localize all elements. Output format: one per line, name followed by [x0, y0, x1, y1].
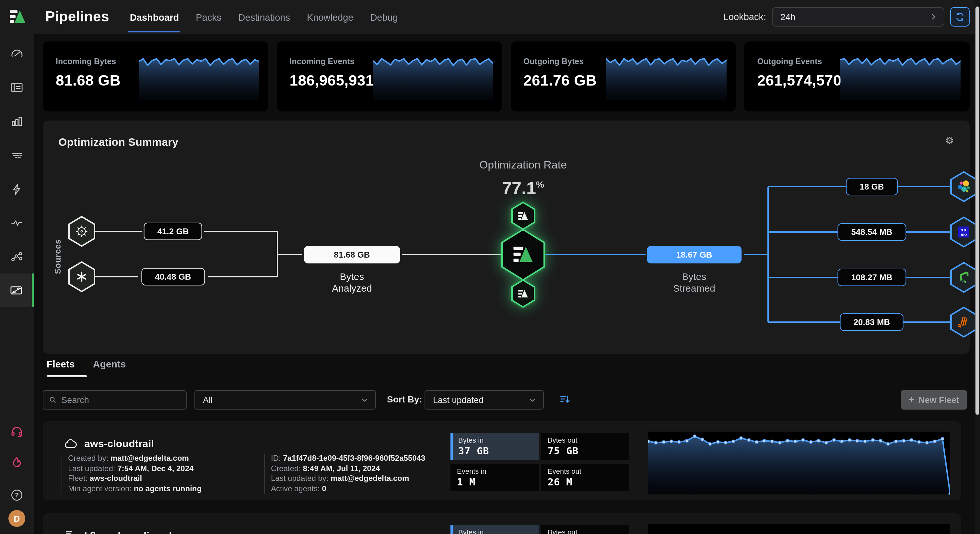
sidebar-item-metrics[interactable]	[0, 106, 34, 137]
bytes-streamed-label: Bytes Streamed	[673, 271, 715, 294]
optimization-rate-label: Optimization Rate	[479, 159, 567, 172]
stat-card-incoming-bytes[interactable]: Incoming Bytes 81.68 GB	[43, 41, 268, 111]
sort-descending-icon	[559, 393, 572, 406]
avatar[interactable]: D	[8, 510, 25, 527]
fleet-card-k8s-onboarding-demo[interactable]: k8s-onboarding-demo Bytes in 38 GB Bytes…	[43, 513, 961, 534]
fleet-card-aws-cloudtrail[interactable]: aws-cloudtrail Created by: matt@edgedelt…	[43, 421, 961, 500]
source-volume-badge: 41.2 GB	[144, 222, 202, 240]
outgoing-bytes-sparkline	[606, 53, 727, 100]
tab-fleets[interactable]: Fleets	[47, 358, 75, 377]
green-bracket-icon	[956, 270, 972, 285]
chevron-right-icon	[929, 13, 937, 21]
cloud-icon	[64, 437, 78, 451]
kubernetes-icon	[75, 224, 89, 238]
sidebar: ? D	[0, 34, 34, 534]
sort-by-label: Sort By:	[387, 394, 422, 404]
sidebar-item-topology[interactable]	[0, 241, 34, 272]
metric-tile-bytes-out[interactable]: Bytes out 75 GB	[541, 433, 629, 460]
new-fleet-button[interactable]: + New Fleet	[901, 390, 967, 410]
sidebar-item-logs[interactable]	[0, 72, 34, 103]
sources-label: Sources	[53, 239, 62, 274]
stat-card-incoming-events[interactable]: Incoming Events 186,965,931	[277, 41, 502, 111]
tab-agents[interactable]: Agents	[93, 358, 126, 377]
sidebar-item-pipelines[interactable]	[0, 273, 34, 307]
scrollbar-thumb[interactable]	[975, 6, 979, 415]
lookback-controls: Lookback: 24h	[723, 7, 970, 27]
metric-tile-bytes-in[interactable]: Bytes in 37 GB	[450, 433, 539, 460]
fleet-metric-tiles: Bytes in 38 GB Bytes out 197 GB	[450, 525, 629, 534]
destination-volume-badge: 18 GB	[846, 178, 897, 195]
sort-dropdown[interactable]: Last updated	[425, 390, 544, 410]
tab-packs[interactable]: Packs	[194, 2, 223, 32]
sidebar-item-events[interactable]	[0, 174, 34, 205]
optimization-rate-value: 77.1%	[502, 178, 544, 199]
tab-debug[interactable]: Debug	[369, 2, 399, 32]
asterisk-icon	[75, 270, 88, 283]
orange-bars-icon	[956, 314, 972, 330]
plus-icon: +	[909, 394, 915, 406]
sidebar-item-gauge[interactable]	[0, 38, 34, 69]
svg-text:su: su	[961, 228, 967, 232]
svg-text:?: ?	[15, 491, 19, 499]
fleet-throughput-chart	[648, 432, 950, 494]
topbar: Pipelines Dashboard Packs Destinations K…	[0, 0, 980, 34]
fleet-details-right: ID: 7a1f47d8-1e09-45f3-8f96-960f52a55043…	[264, 454, 425, 494]
tab-dashboard[interactable]: Dashboard	[129, 2, 180, 32]
search-input[interactable]	[61, 395, 181, 405]
pipelines-icon	[9, 283, 23, 297]
metric-tile-events-in[interactable]: Events in 1 M	[450, 464, 539, 491]
main-nav: Dashboard Packs Destinations Knowledge D…	[129, 0, 399, 34]
metric-tile-bytes-in[interactable]: Bytes in 38 GB	[450, 525, 539, 534]
fleets-agents-tabs: Fleets Agents	[47, 358, 126, 377]
bar-chart-icon	[10, 114, 24, 128]
fleet-metric-tiles: Bytes in 37 GB Bytes out 75 GB Events in…	[450, 433, 629, 491]
sidebar-item-streams[interactable]	[0, 139, 34, 170]
lookback-select[interactable]: 24h	[772, 7, 944, 27]
outgoing-events-sparkline	[840, 53, 961, 100]
source-volume-badge: 40.48 GB	[141, 268, 205, 286]
sidebar-item-support[interactable]	[0, 416, 34, 447]
fleet-throughput-chart	[648, 524, 950, 534]
stat-card-outgoing-bytes[interactable]: Outgoing Bytes 261.76 GB	[511, 41, 736, 111]
stat-cards-row: Incoming Bytes 81.68 GB Incoming Events …	[43, 41, 970, 111]
activity-icon	[10, 216, 24, 230]
bytes-analyzed-badge: 81.68 GB	[304, 246, 399, 264]
bytes-analyzed-label: Bytes Analyzed	[332, 271, 372, 294]
edgedelta-mini-logo-icon	[518, 289, 528, 299]
streams-icon	[10, 148, 24, 162]
metric-tile-bytes-out[interactable]: Bytes out 197 GB	[541, 525, 629, 534]
edgedelta-logo-icon	[9, 8, 26, 25]
sort-direction-button[interactable]	[559, 393, 573, 407]
refresh-button[interactable]	[950, 7, 970, 27]
fleet-name: k8s-onboarding-demo	[84, 530, 193, 534]
sort-value: Last updated	[433, 395, 484, 405]
destination-volume-badge: 20.83 MB	[840, 313, 904, 331]
refresh-icon	[955, 12, 965, 22]
chevron-down-icon	[528, 396, 537, 404]
sidebar-item-help[interactable]: ?	[0, 480, 34, 511]
metric-tile-events-out[interactable]: Events out 26 M	[541, 464, 629, 491]
filter-dropdown[interactable]: All	[194, 390, 376, 410]
tab-knowledge[interactable]: Knowledge	[305, 2, 355, 32]
page-title: Pipelines	[45, 8, 109, 25]
incoming-bytes-sparkline	[139, 53, 259, 100]
search-box[interactable]	[43, 390, 187, 410]
search-icon	[49, 395, 57, 404]
headset-icon	[10, 424, 24, 439]
filter-value: All	[203, 395, 213, 405]
stat-card-outgoing-events[interactable]: Outgoing Events 261,574,570	[745, 41, 970, 111]
sumo-logic-icon: su mo	[956, 224, 972, 240]
lightning-icon	[10, 182, 24, 196]
lookback-value: 24h	[780, 12, 795, 22]
optimization-summary-panel: Optimization Summary ⚙ Sources Destinati…	[43, 121, 970, 354]
sidebar-item-anomalies[interactable]	[0, 207, 34, 238]
tab-destinations[interactable]: Destinations	[237, 2, 291, 32]
fleet-controls: All Sort By: Last updated + New Fleet	[43, 390, 970, 410]
fleet-name: aws-cloudtrail	[84, 438, 154, 450]
chevron-down-icon	[360, 396, 369, 404]
bytes-streamed-badge: 18.67 GB	[647, 246, 741, 264]
sidebar-item-whats-new[interactable]	[0, 447, 34, 478]
funnel-bars-icon	[64, 529, 78, 534]
topology-icon	[10, 250, 24, 264]
destination-volume-badge: 108.27 MB	[837, 269, 906, 286]
